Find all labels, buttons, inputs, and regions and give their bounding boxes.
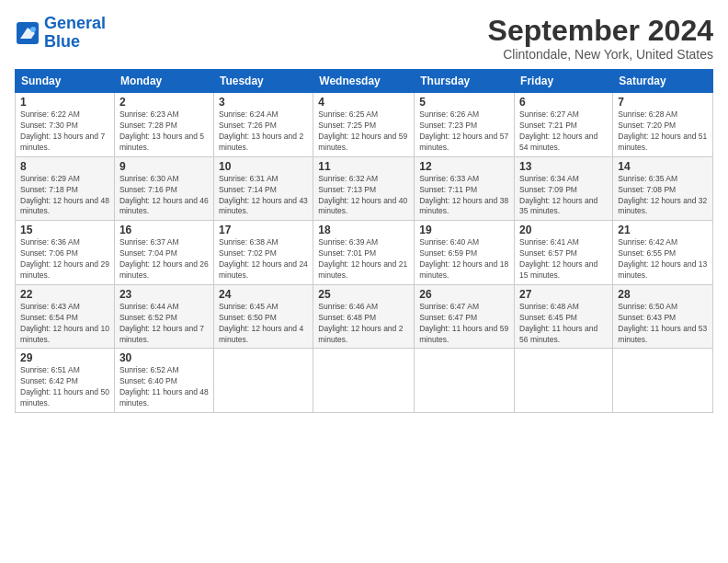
day-number: 14	[618, 160, 708, 173]
day-number: 8	[20, 160, 109, 173]
col-header-wednesday: Wednesday	[313, 70, 415, 93]
calendar-header-row: SundayMondayTuesdayWednesdayThursdayFrid…	[16, 70, 713, 93]
day-number: 12	[419, 160, 509, 173]
day-info: Sunrise: 6:33 AMSunset: 7:11 PMDaylight:…	[419, 174, 509, 218]
calendar-cell: 24Sunrise: 6:45 AMSunset: 6:50 PMDayligh…	[213, 284, 313, 349]
col-header-saturday: Saturday	[613, 70, 713, 93]
calendar-cell: 12Sunrise: 6:33 AMSunset: 7:11 PMDayligh…	[415, 156, 515, 221]
day-number: 10	[219, 160, 308, 173]
calendar-cell: 8Sunrise: 6:29 AMSunset: 7:18 PMDaylight…	[16, 156, 115, 221]
calendar-cell	[613, 349, 713, 413]
calendar-cell: 15Sunrise: 6:36 AMSunset: 7:06 PMDayligh…	[16, 221, 115, 285]
day-info: Sunrise: 6:25 AMSunset: 7:25 PMDaylight:…	[318, 109, 409, 154]
header: General Blue September 2024 Clintondale,…	[15, 15, 713, 62]
day-number: 25	[318, 288, 409, 301]
day-number: 16	[119, 224, 209, 236]
logo-text: General Blue	[44, 15, 106, 52]
calendar-cell: 17Sunrise: 6:38 AMSunset: 7:02 PMDayligh…	[213, 221, 313, 285]
day-info: Sunrise: 6:34 AMSunset: 7:09 PMDaylight:…	[519, 174, 608, 218]
calendar-cell: 22Sunrise: 6:43 AMSunset: 6:54 PMDayligh…	[16, 284, 115, 349]
calendar-week-2: 8Sunrise: 6:29 AMSunset: 7:18 PMDaylight…	[16, 156, 713, 221]
calendar-cell: 29Sunrise: 6:51 AMSunset: 6:42 PMDayligh…	[16, 349, 115, 413]
day-info: Sunrise: 6:37 AMSunset: 7:04 PMDaylight:…	[119, 237, 209, 282]
day-number: 17	[219, 224, 308, 236]
calendar-cell: 20Sunrise: 6:41 AMSunset: 6:57 PMDayligh…	[515, 221, 613, 285]
day-info: Sunrise: 6:43 AMSunset: 6:54 PMDaylight:…	[20, 302, 109, 346]
calendar-cell: 19Sunrise: 6:40 AMSunset: 6:59 PMDayligh…	[415, 221, 515, 285]
day-number: 18	[318, 224, 409, 236]
col-header-thursday: Thursday	[415, 70, 515, 93]
calendar-cell: 26Sunrise: 6:47 AMSunset: 6:47 PMDayligh…	[415, 284, 515, 349]
day-info: Sunrise: 6:23 AMSunset: 7:28 PMDaylight:…	[119, 109, 209, 154]
calendar-cell	[515, 349, 613, 413]
day-info: Sunrise: 6:51 AMSunset: 6:42 PMDaylight:…	[20, 365, 109, 409]
calendar-cell: 30Sunrise: 6:52 AMSunset: 6:40 PMDayligh…	[114, 349, 213, 413]
calendar-cell: 1Sunrise: 6:22 AMSunset: 7:30 PMDaylight…	[16, 93, 115, 157]
calendar-cell: 23Sunrise: 6:44 AMSunset: 6:52 PMDayligh…	[114, 284, 213, 349]
page-container: General Blue September 2024 Clintondale,…	[0, 0, 728, 563]
logo-icon	[15, 20, 40, 46]
day-info: Sunrise: 6:29 AMSunset: 7:18 PMDaylight:…	[20, 174, 109, 218]
day-info: Sunrise: 6:45 AMSunset: 6:50 PMDaylight:…	[219, 302, 308, 346]
calendar-cell: 5Sunrise: 6:26 AMSunset: 7:23 PMDaylight…	[415, 93, 515, 157]
day-number: 2	[119, 96, 209, 109]
title-block: September 2024 Clintondale, New York, Un…	[488, 15, 713, 62]
day-number: 6	[519, 96, 608, 109]
day-number: 28	[618, 288, 708, 301]
day-number: 13	[519, 160, 608, 173]
calendar-week-1: 1Sunrise: 6:22 AMSunset: 7:30 PMDaylight…	[16, 93, 713, 157]
day-info: Sunrise: 6:52 AMSunset: 6:40 PMDaylight:…	[119, 365, 209, 409]
day-number: 30	[119, 351, 209, 364]
calendar-cell: 11Sunrise: 6:32 AMSunset: 7:13 PMDayligh…	[313, 156, 415, 221]
calendar-cell: 9Sunrise: 6:30 AMSunset: 7:16 PMDaylight…	[114, 156, 213, 221]
day-info: Sunrise: 6:35 AMSunset: 7:08 PMDaylight:…	[618, 174, 708, 218]
day-info: Sunrise: 6:26 AMSunset: 7:23 PMDaylight:…	[419, 109, 509, 154]
calendar-cell: 10Sunrise: 6:31 AMSunset: 7:14 PMDayligh…	[213, 156, 313, 221]
day-info: Sunrise: 6:48 AMSunset: 6:45 PMDaylight:…	[519, 302, 608, 346]
day-number: 22	[20, 288, 109, 301]
day-number: 24	[219, 288, 308, 301]
day-info: Sunrise: 6:22 AMSunset: 7:30 PMDaylight:…	[20, 109, 109, 154]
day-info: Sunrise: 6:41 AMSunset: 6:57 PMDaylight:…	[519, 237, 608, 282]
day-info: Sunrise: 6:32 AMSunset: 7:13 PMDaylight:…	[318, 174, 409, 218]
day-info: Sunrise: 6:40 AMSunset: 6:59 PMDaylight:…	[419, 237, 509, 282]
day-info: Sunrise: 6:24 AMSunset: 7:26 PMDaylight:…	[219, 109, 308, 154]
col-header-monday: Monday	[114, 70, 213, 93]
calendar-cell	[213, 349, 313, 413]
day-info: Sunrise: 6:28 AMSunset: 7:20 PMDaylight:…	[618, 109, 708, 154]
day-number: 9	[119, 160, 209, 173]
col-header-friday: Friday	[515, 70, 613, 93]
svg-point-2	[30, 27, 36, 32]
day-number: 29	[20, 351, 109, 364]
day-info: Sunrise: 6:46 AMSunset: 6:48 PMDaylight:…	[318, 302, 409, 346]
month-title: September 2024	[488, 15, 713, 47]
calendar-week-5: 29Sunrise: 6:51 AMSunset: 6:42 PMDayligh…	[16, 349, 713, 413]
calendar-cell: 25Sunrise: 6:46 AMSunset: 6:48 PMDayligh…	[313, 284, 415, 349]
day-number: 26	[419, 288, 509, 301]
logo-blue: Blue	[44, 32, 80, 51]
calendar-cell: 14Sunrise: 6:35 AMSunset: 7:08 PMDayligh…	[613, 156, 713, 221]
calendar-cell: 3Sunrise: 6:24 AMSunset: 7:26 PMDaylight…	[213, 93, 313, 157]
day-number: 5	[419, 96, 509, 109]
logo-general: General	[44, 14, 106, 32]
calendar-cell: 7Sunrise: 6:28 AMSunset: 7:20 PMDaylight…	[613, 93, 713, 157]
day-number: 3	[219, 96, 308, 109]
calendar-cell: 21Sunrise: 6:42 AMSunset: 6:55 PMDayligh…	[613, 221, 713, 285]
calendar-cell: 16Sunrise: 6:37 AMSunset: 7:04 PMDayligh…	[114, 221, 213, 285]
day-info: Sunrise: 6:42 AMSunset: 6:55 PMDaylight:…	[618, 237, 708, 282]
location: Clintondale, New York, United States	[488, 47, 713, 62]
logo: General Blue	[15, 15, 106, 52]
day-number: 1	[20, 96, 109, 109]
day-info: Sunrise: 6:27 AMSunset: 7:21 PMDaylight:…	[519, 109, 608, 154]
day-info: Sunrise: 6:47 AMSunset: 6:47 PMDaylight:…	[419, 302, 509, 346]
day-number: 4	[318, 96, 409, 109]
calendar-week-3: 15Sunrise: 6:36 AMSunset: 7:06 PMDayligh…	[16, 221, 713, 285]
day-info: Sunrise: 6:39 AMSunset: 7:01 PMDaylight:…	[318, 237, 409, 282]
day-number: 27	[519, 288, 608, 301]
calendar-cell	[313, 349, 415, 413]
day-info: Sunrise: 6:50 AMSunset: 6:43 PMDaylight:…	[618, 302, 708, 346]
day-info: Sunrise: 6:38 AMSunset: 7:02 PMDaylight:…	[219, 237, 308, 282]
day-info: Sunrise: 6:44 AMSunset: 6:52 PMDaylight:…	[119, 302, 209, 346]
calendar-week-4: 22Sunrise: 6:43 AMSunset: 6:54 PMDayligh…	[16, 284, 713, 349]
day-number: 19	[419, 224, 509, 236]
